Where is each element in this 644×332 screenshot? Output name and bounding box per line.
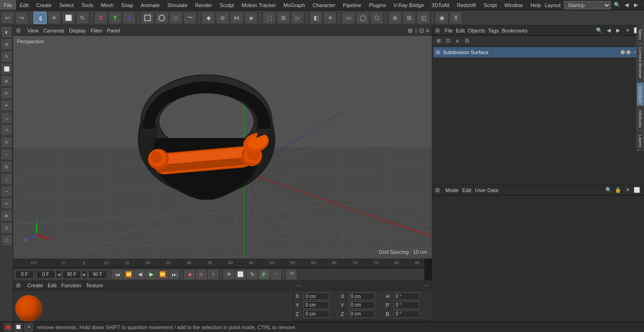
menu-render[interactable]: Render (191, 0, 216, 10)
viewport-3d[interactable]: Perspective Grid Spacing : 10 cm Y X Z (13, 36, 432, 259)
vp-menu-cameras[interactable]: Cameras (43, 28, 65, 33)
viewport-icon-1[interactable]: ⊞ (408, 27, 413, 34)
viewport-icon-3[interactable]: ⊡ (419, 27, 424, 34)
joint-tool-button[interactable]: ⟳ (1, 88, 12, 99)
attr-panel-icon[interactable] (435, 188, 440, 193)
menu-redshift[interactable]: Redshift (453, 0, 479, 10)
x-axis-button[interactable]: X (94, 12, 107, 24)
current-frame-input[interactable] (15, 270, 34, 279)
menu-file[interactable]: File (0, 0, 16, 10)
preview-end-frame-input[interactable] (88, 270, 107, 279)
vp-menu-view[interactable]: View (27, 28, 39, 33)
tl-dots-button[interactable]: ⋯ (271, 270, 281, 279)
menu-pipeline[interactable]: Pipeline (339, 0, 365, 10)
record-button[interactable]: ⏺ (184, 270, 195, 279)
y-pos-input[interactable] (304, 301, 330, 309)
mat-panel-icon[interactable] (16, 283, 21, 288)
frame-tool-button[interactable]: ⬚ (263, 12, 276, 24)
z-axis-button[interactable]: Z (123, 12, 136, 24)
x-pos-input[interactable] (304, 292, 330, 300)
mat-menu-function[interactable]: Function (61, 283, 81, 288)
end-frame-input2[interactable] (62, 270, 81, 279)
sculpt-brush-button[interactable]: S (1, 222, 12, 234)
menu-snap[interactable]: Snap (117, 0, 137, 10)
transform-tool-button[interactable]: ⊞ (1, 75, 12, 87)
menu-simulate[interactable]: Simulate (164, 0, 191, 10)
cylinder-tool-button[interactable]: ⬭ (169, 12, 182, 24)
brush-button[interactable]: ○ (1, 149, 12, 160)
material-button[interactable]: ◉ (435, 12, 448, 24)
viewport-icon-2[interactable]: ↕ (414, 27, 417, 34)
status-icon-1[interactable] (4, 323, 12, 332)
array-button[interactable]: ⊞ (403, 12, 416, 24)
om-icon-btn-2[interactable]: ⊡ (444, 37, 452, 45)
status-icon-2[interactable]: ⬜ (14, 323, 23, 332)
x-rot-input[interactable] (349, 292, 375, 300)
z-pos-input[interactable] (304, 310, 330, 318)
tl-scale-button[interactable]: ⬜ (235, 270, 246, 279)
tl-motion-button[interactable]: 🎬 (286, 270, 297, 279)
menu-window[interactable]: Window (501, 0, 527, 10)
menu-motion-tracker[interactable]: Motion Tracker (238, 0, 280, 10)
scale-tool-button[interactable]: ⬜ (1, 63, 12, 74)
select-objects-button[interactable]: ◖ (1, 26, 12, 38)
tab-content-browser[interactable]: Content Browser (636, 44, 644, 82)
om-menu-edit[interactable]: Edit (456, 28, 465, 33)
attr-menu-user-data[interactable]: User Data (475, 187, 499, 193)
scale-button[interactable]: ⬜ (62, 12, 75, 24)
polygon-tool-button[interactable]: ◆ (202, 12, 215, 24)
menu-mesh[interactable]: Mesh (97, 0, 117, 10)
mat-menu-texture[interactable]: Texture (86, 283, 103, 288)
redo-button[interactable]: ↪ (15, 12, 28, 24)
om-menu-tags[interactable]: Tags (488, 28, 499, 33)
help-button[interactable]: ? (208, 270, 218, 279)
om-icon-btn-1[interactable]: ⊞ (434, 37, 443, 45)
spline-button[interactable]: ∫ (1, 173, 12, 185)
menu-animate[interactable]: Animate (137, 0, 164, 10)
z-rot-input[interactable] (349, 310, 375, 318)
y-rot-input[interactable] (349, 301, 375, 309)
play-button[interactable]: ▶ (146, 270, 157, 279)
menu-mograph[interactable]: MoGraph (280, 0, 309, 10)
array-tool-button[interactable]: ⊞ (1, 210, 12, 221)
vp-menu-filter[interactable]: Filter (91, 28, 102, 33)
field-button[interactable]: ◈ (244, 12, 257, 24)
timeline-ruler[interactable]: 0 F 0 5 10 15 20 25 30 35 40 45 50 55 60… (13, 259, 424, 267)
mirror-button[interactable]: ⇔ (1, 198, 12, 209)
om-menu-bookmarks[interactable]: Bookmarks (502, 28, 528, 33)
p-input[interactable] (394, 301, 420, 309)
om-menu-file[interactable]: File (445, 28, 453, 33)
attr-search-icon[interactable]: 🔍 (604, 186, 613, 194)
sphere-tool-button[interactable] (155, 12, 168, 24)
viewport-menu-icon[interactable] (16, 28, 21, 33)
select-model-button[interactable]: ◖ (33, 12, 47, 24)
vis-dot-2[interactable] (626, 50, 631, 55)
render-region-button[interactable]: ⊞ (277, 12, 290, 24)
b-input[interactable] (394, 310, 420, 318)
timeline-track[interactable] (13, 267, 424, 268)
tab-layers[interactable]: Layers (636, 131, 644, 151)
light-button[interactable]: ☀ (323, 12, 337, 24)
attr-close-icon[interactable]: ✕ (623, 186, 632, 194)
status-icon-3[interactable]: ✕ (25, 323, 33, 332)
object-item-subdivision[interactable]: Subdivision Surface ✓ ✓ (433, 47, 643, 57)
move-tool-button[interactable]: ✛ (1, 39, 12, 50)
mat-menu-edit[interactable]: Edit (48, 283, 57, 288)
menu-help[interactable]: Help (527, 0, 545, 10)
polygon-pen-button[interactable]: ✏ (1, 100, 12, 111)
om-search-icon[interactable]: 🔍 (595, 26, 603, 35)
menu-create[interactable]: Create (33, 0, 56, 10)
go-to-start-button[interactable]: ⏮ (112, 270, 123, 279)
knife-tool-button[interactable]: ⚊ (1, 112, 12, 123)
instance-button[interactable]: ◱ (417, 12, 430, 24)
layout-dropdown[interactable]: Startup (564, 1, 611, 9)
menu-3dtoall[interactable]: 3DToAll (428, 0, 453, 10)
step-forward-button[interactable]: ⏩ (157, 270, 168, 279)
sky-button[interactable]: ◯ (356, 12, 369, 24)
menu-character[interactable]: Character (309, 0, 339, 10)
mat-menu-create[interactable]: Create (27, 283, 43, 288)
camera-button[interactable]: ◧ (309, 12, 322, 24)
auto-key-button[interactable]: ⊡ (196, 270, 206, 279)
boole-button[interactable]: ⊕ (388, 12, 402, 24)
menu-plugins[interactable]: Plugins (365, 0, 389, 10)
